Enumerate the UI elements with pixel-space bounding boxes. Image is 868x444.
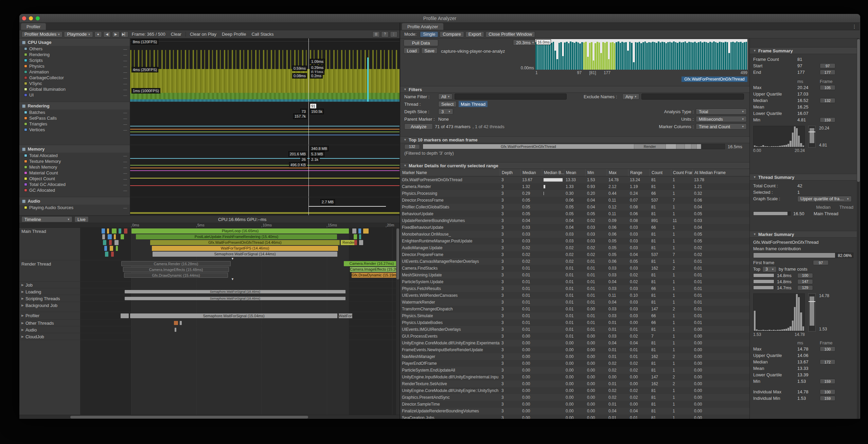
timeline-horizontal-scrollbar[interactable]	[19, 415, 400, 419]
thread-select-button[interactable]: Select	[438, 101, 457, 107]
column-header[interactable]: Median B...	[542, 169, 564, 176]
table-row[interactable]: SeaCreation.Jobs30.000.000.000.010.01811…	[400, 414, 749, 419]
column-header[interactable]: Count Frame	[671, 169, 692, 176]
timeline-marker-bar[interactable]	[105, 252, 108, 257]
units-dropdown[interactable]: Milliseconds▾	[696, 116, 747, 122]
marker-summary-header[interactable]: ▼Marker Summary	[750, 231, 857, 238]
table-row[interactable]: Physics.Processing30.290.300.200.440.246…	[400, 190, 749, 197]
column-header[interactable]: Count	[650, 169, 671, 176]
legend-item[interactable]: Object Count—	[19, 176, 130, 182]
name-filter-dropdown[interactable]: All▾	[438, 93, 453, 100]
thread-label-render-thread[interactable]: Render Thread	[19, 260, 80, 281]
legend-item[interactable]: SetPass Calls—	[19, 115, 130, 121]
table-row[interactable]: Physics.Simulate30.010.010.010.030.03661…	[400, 312, 749, 319]
filters-header[interactable]: ▼Filters	[400, 86, 749, 93]
timeline-marker-bar[interactable]	[352, 228, 356, 234]
analysis-type-dropdown[interactable]: Total▾	[696, 108, 747, 115]
timeline-marker-bar[interactable]	[114, 234, 116, 239]
exclude-names-input[interactable]	[641, 93, 744, 100]
thread-label-other-threads[interactable]: ▶Other Threads	[19, 320, 80, 326]
timeline-marker-bar[interactable]	[124, 228, 127, 234]
timeline-rows[interactable]: PlayerLoop (16.65ms)PostLateUpdate.Finis…	[81, 228, 400, 415]
module-header[interactable]: ▦Memory	[19, 145, 130, 153]
prev-frame-icon[interactable]: ◀	[103, 31, 111, 37]
column-header[interactable]: Range	[628, 169, 650, 176]
timeline-marker-bar[interactable]: PostLateUpdate.FinishFrameRendering (15.…	[136, 234, 337, 239]
column-header[interactable]: Marker Name	[400, 169, 500, 176]
record-icon[interactable]: ●	[94, 31, 102, 37]
playmode-dropdown[interactable]: Playmode▾	[64, 31, 93, 37]
timeline-marker-bar[interactable]	[116, 246, 118, 251]
timeline-marker-bar[interactable]: Camera.ImageEffects (15.26ms)	[350, 267, 400, 272]
clear-button[interactable]: Clear	[169, 32, 183, 37]
timeline-marker-bar[interactable]: PlayerLoop (16.65ms)	[131, 228, 349, 234]
legend-item[interactable]: Batches—	[19, 109, 130, 115]
legend-item[interactable]: Mesh Memory—	[19, 164, 130, 170]
timeline-marker-bar[interactable]	[108, 234, 112, 239]
frame-button[interactable]: 172	[820, 359, 835, 364]
frame-time-bars[interactable]	[535, 39, 747, 70]
frame-button[interactable]: 100	[797, 273, 813, 278]
marker-table-header[interactable]: Marker NameDepthMedianMedian B...MeanMin…	[400, 169, 749, 176]
legend-item[interactable]: Playing Audio Sources—	[19, 205, 130, 210]
timeline-marker-bar[interactable]: Camera.ImageEffects (15.48ms)	[123, 267, 229, 272]
column-header[interactable]: Max	[607, 169, 628, 176]
table-row[interactable]: FrameEvents.NewInputBeforeRenderUpdate30…	[400, 346, 749, 353]
mode-compare-button[interactable]: Compare	[440, 31, 464, 37]
table-row[interactable]: Physics.UpdateBodies30.010.010.010.010.0…	[400, 319, 749, 326]
table-row[interactable]: Director.ProcessFrame30.050.060.040.110.…	[400, 197, 749, 204]
table-row[interactable]: FixedBehaviourUpdate30.030.040.030.060.0…	[400, 224, 749, 231]
current-frame-icon[interactable]: ▶▏	[121, 31, 128, 37]
thread-graph-scale-dropdown[interactable]: Upper quartile of frame ti▾	[797, 196, 852, 202]
legend-item[interactable]: GarbageCollector—	[19, 75, 130, 81]
exclude-names-dropdown[interactable]: Any▾	[622, 93, 639, 100]
median-frame-button[interactable]: 132	[404, 144, 420, 149]
column-header[interactable]: Depth	[500, 169, 520, 176]
timeline-marker-bar[interactable]: Gfx.WaitForPresentOnGfxThread (14.46ms)	[150, 240, 340, 245]
frame-button[interactable]: 129	[797, 285, 813, 290]
timeline-marker-bar[interactable]	[358, 228, 361, 234]
legend-item[interactable]: Others—	[19, 46, 130, 52]
tab-profile-analyzer[interactable]: Profile Analyzer	[402, 23, 443, 30]
column-header[interactable]: Min	[585, 169, 607, 176]
thread-label-background-job[interactable]: ▶Background Job	[19, 302, 80, 312]
top10-bar[interactable]: Gfx.WaitForPresentOnGfxThreadRender	[423, 144, 725, 149]
timeline-marker-bar[interactable]	[175, 328, 176, 332]
depth-slice-dropdown[interactable]: 3▾	[438, 108, 453, 115]
legend-item[interactable]: UI—	[19, 92, 130, 98]
timeline-marker-bar[interactable]	[354, 240, 357, 245]
timeline-marker-bar[interactable]: Camera.Render (16.27ms)	[344, 261, 400, 266]
frame-button[interactable]: 105	[820, 85, 835, 90]
summary-scrollbar[interactable]	[857, 38, 860, 419]
legend-item[interactable]: Vertices—	[19, 127, 130, 133]
live-toggle[interactable]: Live	[74, 216, 89, 222]
table-row[interactable]: NavMeshManager30.000.000.000.010.0116220…	[400, 353, 749, 360]
frame-button[interactable]: 177	[820, 70, 835, 75]
rendering-chart[interactable]: 9173150.5k157.7k	[130, 102, 400, 145]
table-row[interactable]: UnityEngine.CoreModule.dll!UnityEngine.E…	[400, 340, 749, 346]
legend-item[interactable]: Triangles—	[19, 121, 130, 127]
profiler-modules-dropdown[interactable]: Profiler Modules▾	[21, 31, 63, 37]
clear-on-play-toggle[interactable]: Clear on Play	[188, 32, 218, 37]
timeline-marker-bar[interactable]	[111, 252, 114, 257]
table-row[interactable]: TransformChangedDispatch30.010.010.000.0…	[400, 306, 749, 312]
timeline-marker-bar[interactable]: Semaphore.WaitForSignal (18.46ms)	[125, 297, 346, 300]
zoom-window-icon[interactable]	[36, 16, 40, 20]
frame-button[interactable]: 97	[820, 63, 835, 68]
table-row[interactable]: BehaviourUpdate30.050.050.050.110.068110…	[400, 210, 749, 217]
frame-button[interactable]: 147	[797, 279, 813, 284]
table-row[interactable]: Gfx.WaitForPresentOnGfxThread313.6713.33…	[400, 176, 749, 183]
table-row[interactable]: Graphics.PresentAndSync30.000.000.000.02…	[400, 394, 749, 401]
close-profiler-window-button[interactable]: Close Profiler Window	[485, 31, 535, 37]
top-n-dropdown[interactable]: 3▾	[762, 266, 777, 272]
table-row[interactable]: Director.SampleTime30.000.000.000.010.00…	[400, 401, 749, 408]
top10-segment[interactable]: Render	[634, 144, 666, 149]
kebab-menu-icon[interactable]: ⋮	[390, 31, 397, 37]
legend-item[interactable]: Physics—	[19, 63, 130, 69]
audio-chart[interactable]: 2.7 MB	[130, 197, 400, 216]
kebab-menu-icon[interactable]: ⋮	[852, 24, 857, 29]
legend-item[interactable]: Rendering—	[19, 52, 130, 57]
load-button[interactable]: Load	[404, 48, 420, 54]
timeline-marker-bar[interactable]	[121, 313, 129, 318]
timeline-marker-bar[interactable]: Semaphore.WaitForSignal (14.44ms)	[153, 252, 337, 257]
